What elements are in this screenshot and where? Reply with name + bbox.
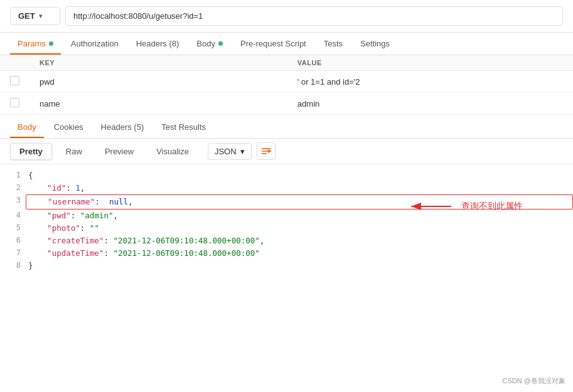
tab-body2[interactable]: Body: [10, 116, 44, 138]
code-section: 1 { 2 "id": 1, 3 "username": null, 4 "pw…: [0, 164, 573, 392]
row1-key: pwd: [29, 71, 287, 93]
line-num-8: 8: [0, 260, 28, 272]
line-content-4: "pwd": "admin",: [28, 209, 573, 222]
tab-tests[interactable]: Tests: [316, 33, 350, 55]
row1-checkbox-cell: [0, 71, 29, 93]
line-num-5: 5: [0, 222, 28, 234]
tab-testresults-label: Test Results: [161, 122, 206, 132]
tab-headers[interactable]: Headers (8): [129, 33, 187, 55]
line-content-3: "username": null,: [26, 194, 573, 209]
body-dot: [218, 41, 223, 46]
line-content-5: "photo": "": [28, 222, 573, 235]
code-line-1: 1 {: [0, 169, 573, 182]
col-key-header: KEY: [29, 55, 287, 71]
tab-settings[interactable]: Settings: [353, 33, 397, 55]
line-content-1: {: [28, 169, 573, 182]
watermark-text: CSDN @卷我没对象: [503, 377, 565, 384]
tab-prerequest[interactable]: Pre-request Script: [233, 33, 314, 55]
row2-key: name: [29, 93, 287, 115]
row2-value: admin: [287, 93, 573, 115]
line-content-8: }: [28, 260, 573, 272]
table-row: pwd ' or 1=1 and id='2: [0, 71, 573, 93]
wrap-icon-button[interactable]: [257, 142, 276, 160]
btn-pretty[interactable]: Pretty: [10, 143, 52, 160]
code-line-4: 4 "pwd": "admin",: [0, 209, 573, 222]
line-num-7: 7: [0, 247, 28, 259]
tab-headers-label: Headers (8): [136, 39, 179, 48]
line-num-1: 1: [0, 169, 28, 181]
tab-body[interactable]: Body: [189, 33, 230, 55]
tab-cookies-label: Cookies: [54, 122, 83, 132]
json-format-label: JSON: [215, 147, 237, 156]
method-select[interactable]: GET ▾: [10, 7, 60, 25]
line-num-2: 2: [0, 182, 28, 194]
params-dot: [49, 41, 53, 46]
json-format-select[interactable]: JSON ▾: [208, 143, 252, 160]
tab-prerequest-label: Pre-request Script: [240, 39, 306, 48]
row1-checkbox[interactable]: [10, 76, 19, 85]
tab-cookies[interactable]: Cookies: [46, 116, 91, 138]
wrap-svg: [260, 146, 272, 156]
line-num-3: 3: [0, 194, 28, 206]
method-label: GET: [18, 11, 35, 21]
json-format-chevron: ▾: [240, 147, 245, 156]
line-num-6: 6: [0, 235, 28, 246]
row2-checkbox-cell: [0, 93, 29, 115]
code-line-5: 5 "photo": "": [0, 222, 573, 235]
col-checkbox: [0, 55, 29, 71]
tab-testresults[interactable]: Test Results: [154, 116, 213, 138]
code-line-8: 8 }: [0, 260, 573, 272]
response-tabs: Body Cookies Headers (5) Test Results: [0, 116, 573, 139]
tab-body2-label: Body: [18, 122, 36, 132]
code-line-2: 2 "id": 1,: [0, 182, 573, 194]
url-bar: GET ▾: [0, 0, 573, 33]
app-container: GET ▾ Params Authorization Headers (8) B…: [0, 0, 573, 392]
method-chevron: ▾: [39, 13, 42, 19]
code-line-3: 3 "username": null,: [0, 194, 573, 209]
table-row: name admin: [0, 93, 573, 115]
request-tabs: Params Authorization Headers (8) Body Pr…: [0, 33, 573, 55]
tab-headers5-label: Headers (5): [101, 122, 144, 132]
row2-checkbox[interactable]: [10, 98, 19, 107]
row1-value: ' or 1=1 and id='2: [287, 71, 573, 93]
code-line-7: 7 "updateTime": "2021-12-06T09:10:48.000…: [0, 247, 573, 260]
tab-authorization-label: Authorization: [71, 39, 119, 48]
line-content-6: "createTime": "2021-12-06T09:10:48.000+0…: [28, 235, 573, 247]
tab-tests-label: Tests: [324, 39, 343, 48]
btn-preview[interactable]: Preview: [96, 144, 142, 159]
tab-body-label: Body: [196, 39, 215, 48]
line-content-7: "updateTime": "2021-12-06T09:10:48.000+0…: [28, 247, 573, 260]
code-line-6: 6 "createTime": "2021-12-06T09:10:48.000…: [0, 235, 573, 247]
line-content-2: "id": 1,: [28, 182, 573, 194]
tab-settings-label: Settings: [360, 39, 390, 48]
url-input[interactable]: [65, 6, 563, 26]
format-toolbar: Pretty Raw Preview Visualize JSON ▾: [0, 139, 573, 164]
btn-visualize[interactable]: Visualize: [147, 144, 198, 159]
tab-authorization[interactable]: Authorization: [63, 33, 126, 55]
tab-headers5[interactable]: Headers (5): [94, 116, 152, 138]
line-num-4: 4: [0, 209, 28, 221]
col-value-header: VALUE: [287, 55, 573, 71]
code-area: 1 { 2 "id": 1, 3 "username": null, 4 "pw…: [0, 164, 573, 277]
tab-params-label: Params: [18, 39, 46, 48]
watermark: CSDN @卷我没对象: [503, 376, 565, 386]
tab-params[interactable]: Params: [10, 33, 61, 55]
btn-raw[interactable]: Raw: [57, 144, 91, 159]
params-table: KEY VALUE pwd ' or 1=1 and id='2 name ad…: [0, 55, 573, 115]
